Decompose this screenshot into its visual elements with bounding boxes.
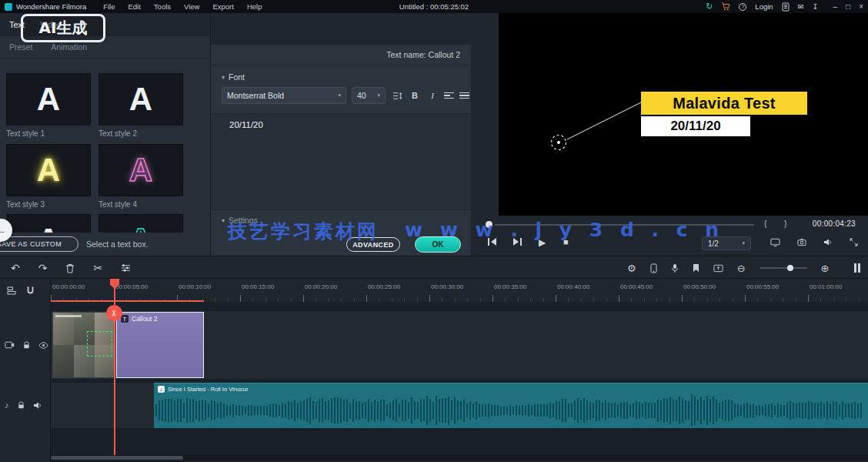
save-as-custom-button[interactable]: SAVE AS CUSTOM [0,236,78,252]
scrubber-track[interactable] [495,224,754,226]
cart-icon[interactable] [721,2,730,11]
clip-header: T Callout 2 [117,313,203,323]
scrubber-handle[interactable] [486,221,492,228]
menu-help[interactable]: Help [247,2,262,11]
close-button[interactable]: × [859,2,863,11]
fullscreen-icon[interactable] [850,238,858,246]
preview-panel: Malavida Test 20/11/20 { } 00:00:04:23 ▶… [471,13,868,256]
font-size-dropdown[interactable]: 40 ▾ [352,87,386,104]
snapshot-camera-icon[interactable] [797,238,806,246]
menu-view[interactable]: View [184,2,199,11]
preview-page-dropdown[interactable]: 1/2 ▾ [702,236,751,250]
horizontal-scrollbar[interactable] [51,455,868,460]
text-style-1-thumb[interactable]: A [6,73,91,126]
ruler-label: 00:00:20:00 [305,283,337,290]
device-preview-icon[interactable] [650,263,657,273]
stop-button[interactable]: ■ [563,238,569,246]
ruler-label: 00:00:50:00 [683,283,716,290]
ruler-label: 00:01:00:00 [810,283,842,290]
audio-clip[interactable]: ♪ Since I Started - Roll In Vinocur [154,383,868,428]
ruler-label: 00:00:45:00 [620,283,653,290]
display-device-icon[interactable] [770,238,780,247]
subtab-animation[interactable]: Animation [51,42,87,52]
align-justify-icon[interactable] [459,92,469,99]
settings-section-header[interactable]: ▾ Settings [222,216,258,225]
tab-video[interactable]: Video [40,20,62,29]
scrollbar-thumb[interactable] [51,456,183,460]
delete-icon[interactable] [65,263,75,273]
text-style-2-thumb[interactable]: A [98,73,183,126]
fit-timeline-icon[interactable] [854,263,861,273]
ruler-label: 00:00:00:00 [52,283,85,290]
menu-tools[interactable]: Tools [154,2,171,11]
redo-icon[interactable]: ↷ [38,263,48,273]
mail-icon[interactable]: ✉ [798,3,804,11]
preview-screen[interactable]: Malavida Test 20/11/20 [499,13,868,216]
lock-icon[interactable] [22,341,31,350]
text-style-item: A Text style 3 [6,144,91,209]
italic-button[interactable]: I [426,91,439,100]
ok-button[interactable]: OK [415,236,461,253]
tab-text[interactable]: Text [9,20,25,29]
align-left-icon[interactable] [444,92,454,99]
video-clip-callout[interactable]: T Callout 2 [116,312,204,378]
mark-in-button[interactable]: { [764,219,767,228]
track-manager-icon[interactable] [7,286,16,295]
step-forward-button[interactable] [513,238,522,246]
mark-out-button[interactable]: } [784,219,787,228]
news-icon[interactable] [782,2,790,12]
help-icon[interactable]: ? [739,3,746,11]
eye-icon[interactable] [38,341,48,350]
font-family-dropdown[interactable]: Montserrat Bold ▾ [222,87,346,104]
zoom-in-icon[interactable]: ⊕ [821,263,830,273]
editor-footer: ADVANCED OK [211,233,471,256]
menu-edit[interactable]: Edit [128,2,140,11]
mute-speaker-icon[interactable] [33,401,42,410]
play-button[interactable]: ▶ [539,238,546,247]
render-gear-icon[interactable]: ⚙ [627,263,636,273]
motion-tracking-box[interactable] [87,331,112,357]
adjust-sliders-icon[interactable] [121,263,131,273]
panel-tabs: Text Video [0,13,210,36]
marker-icon[interactable] [693,263,699,273]
toolbar-left-group: ↶ ↷ ✂ [11,256,131,280]
ruler-label: 00:00:40:00 [557,283,589,290]
chevron-down-icon: ▾ [742,240,745,246]
split-cursor-badge[interactable]: ✂ [106,305,122,321]
text-content-value[interactable]: 20/11/20 [229,120,263,129]
record-mic-icon[interactable] [671,263,679,273]
step-back-button[interactable] [488,238,496,246]
project-title: Untitled : 00:05:25:02 [399,2,469,11]
bold-button[interactable]: B [409,91,421,100]
text-style-4-thumb[interactable]: A [98,144,183,196]
timeline-zoom-slider[interactable] [760,267,807,269]
text-style-item: A Text style 4 [98,144,183,209]
video-clip-media[interactable] [52,312,116,378]
text-style-item: A Text style 2 [98,73,183,138]
screen-record-icon[interactable] [713,264,723,273]
split-scissors-icon[interactable]: ✂ [93,263,102,273]
timeline-ruler[interactable]: 00:00:00:0000:00:05:0000:00:10:0000:00:1… [0,279,868,302]
style-caption: Text style 3 [6,200,91,209]
line-spacing-icon[interactable] [391,92,403,100]
text-style-3-thumb[interactable]: A [6,144,91,196]
lock-icon[interactable] [17,401,25,410]
refresh-icon[interactable]: ↻ [706,2,713,11]
zoom-out-icon[interactable]: ⊖ [737,263,746,273]
menu-file[interactable]: File [103,2,115,11]
login-button[interactable]: Login [755,2,773,11]
preview-callout-title: Malavida Test [641,92,807,115]
minimize-button[interactable]: – [833,2,838,11]
advanced-button[interactable]: ADVANCED [346,237,400,252]
text-content-area[interactable]: 20/11/20 [211,113,471,210]
subtab-preset[interactable]: Preset [9,42,32,52]
font-section-header[interactable]: ▾ Font [222,72,245,82]
track-tools [0,279,51,302]
zoom-slider-handle[interactable] [787,265,793,271]
undo-icon[interactable]: ↶ [11,263,20,273]
menu-export[interactable]: Export [212,2,233,11]
maximize-button[interactable]: □ [846,2,850,11]
download-icon[interactable]: ↧ [813,3,819,11]
snap-magnet-icon[interactable] [26,286,35,295]
speaker-icon[interactable] [823,238,833,246]
